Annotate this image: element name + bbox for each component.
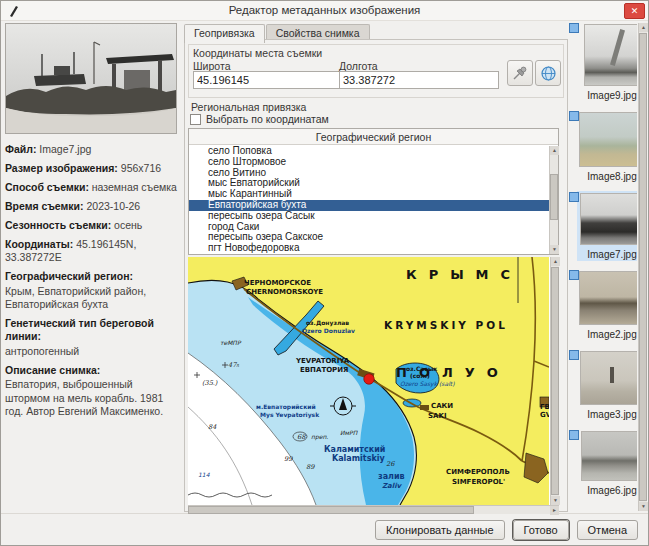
- metadata-field: Способ съемки: наземная съемка: [5, 181, 180, 194]
- map-horizontal-scrollbar[interactable]: ►: [188, 505, 559, 514]
- scroll-up-icon[interactable]: ▲: [639, 23, 648, 32]
- thumbnail-item[interactable]: Image7.jpg: [577, 191, 637, 261]
- close-button[interactable]: ✕: [624, 3, 645, 19]
- tab-georeferencing[interactable]: Геопривязка: [184, 24, 265, 43]
- scroll-up-icon[interactable]: ▲: [550, 146, 559, 155]
- map-label: 84: [208, 423, 217, 431]
- map-label: теМПР: [220, 339, 242, 346]
- done-button[interactable]: Готово: [513, 520, 569, 540]
- thumbnail-image[interactable]: [580, 193, 637, 245]
- map-label: KRYMSKIY POL: [384, 319, 508, 331]
- map-vertical-scrollbar[interactable]: ▲ ▼: [550, 257, 559, 505]
- region-list: село Поповкасело Штормовоесело Витиномыс…: [189, 146, 549, 254]
- map-label: SAKI: [428, 412, 447, 420]
- metadata-field-label: Координаты:: [5, 238, 73, 250]
- thumbnail-scrollbar[interactable]: ▲ ▼: [638, 23, 647, 511]
- thumbnail-label: Image3.jpg: [579, 409, 637, 420]
- thumbnail-item[interactable]: Image2.jpg: [577, 269, 637, 341]
- map-label: SIMFEROPOL': [452, 478, 505, 486]
- map-label: Mys Yevpatoriysk: [260, 411, 320, 419]
- metadata-field: Сезонность съемки: осень: [5, 219, 180, 232]
- scroll-down-icon[interactable]: ▼: [551, 496, 560, 505]
- map-label: залив: [378, 472, 405, 481]
- thumbnail-checkbox[interactable]: [569, 111, 579, 121]
- region-list-scroll-thumb[interactable]: [550, 174, 558, 220]
- georeferencing-tab-page: Координаты места съемки Широта Долгота: [184, 39, 568, 512]
- thumbnail-item[interactable]: Image6.jpg: [577, 429, 637, 497]
- map-label: Zaliv: [382, 482, 403, 490]
- longitude-input[interactable]: [339, 71, 499, 89]
- thumbnail-checkbox[interactable]: [569, 23, 579, 33]
- metadata-list: Файл: Image7.jpgРазмер изображения: 956x…: [5, 143, 182, 418]
- pick-location-button[interactable]: [507, 60, 533, 86]
- metadata-field-label: Файл:: [5, 143, 36, 155]
- select-by-coordinates-checkbox[interactable]: [190, 114, 201, 125]
- metadata-field-value: 2023-10-26: [84, 200, 141, 212]
- map-horizontal-scroll-thumb[interactable]: [188, 506, 474, 514]
- thumbnail-image[interactable]: [579, 271, 637, 325]
- metadata-field: Географический регион:Крым, Евпаторийски…: [5, 270, 180, 311]
- map-label: ГВ: [540, 403, 549, 411]
- metadata-field-value: наземная съемка: [89, 181, 177, 193]
- thumbnail-label: Image8.jpg: [579, 171, 637, 182]
- thumbnail-image[interactable]: [579, 112, 637, 167]
- region-list-item[interactable]: пересыпь озера Сасык: [189, 211, 549, 222]
- thumbnail-label: Image6.jpg: [579, 485, 637, 496]
- metadata-field: Размер изображения: 956x716: [5, 162, 180, 175]
- metadata-field-value: антропогенный: [5, 345, 79, 357]
- thumbnail-image[interactable]: [581, 431, 637, 481]
- map-label: 89: [306, 463, 315, 471]
- thumbnail-label: Image7.jpg: [579, 249, 637, 260]
- region-list-box: Географический регион село Поповкасело Ш…: [188, 128, 559, 255]
- title-bar[interactable]: Редактор метаданных изображения ✕: [1, 1, 648, 21]
- region-list-item[interactable]: пгт Новофедоровка: [189, 243, 549, 254]
- thumbnail-label: Image2.jpg: [579, 329, 637, 340]
- map-label: Каламитский: [324, 445, 385, 454]
- scroll-down-icon[interactable]: ▼: [639, 502, 648, 511]
- map-label: 99: [284, 455, 293, 463]
- map-label: оз.Донузлав: [306, 319, 349, 327]
- geolocate-button[interactable]: [535, 60, 561, 86]
- thumbnail-image[interactable]: [580, 351, 637, 405]
- thumbnail-checkbox[interactable]: [569, 430, 579, 440]
- clone-data-button[interactable]: Клонировать данные: [375, 520, 505, 540]
- thumbnail-image[interactable]: [584, 24, 638, 86]
- scroll-up-icon[interactable]: ▲: [551, 257, 560, 266]
- thumbnail-checkbox[interactable]: [569, 350, 579, 360]
- map-label: CHERNOMORSKOYE: [246, 288, 323, 296]
- dialog-window: Редактор метаданных изображения ✕: [0, 0, 649, 546]
- thumbnail-checkbox[interactable]: [569, 270, 579, 280]
- region-list-item[interactable]: село Штормовое: [189, 157, 549, 168]
- footer-bar: Клонировать данные Готово Отмена: [1, 513, 648, 545]
- map-label: 114: [198, 471, 210, 478]
- map-label: КРЫМС: [406, 267, 522, 282]
- metadata-field-label: Описание снимка:: [5, 364, 180, 377]
- map-label: оз.Сасык: [406, 365, 437, 372]
- thumbnail-scroll-thumb[interactable]: [639, 33, 647, 501]
- thumbnail-checkbox[interactable]: [569, 192, 579, 202]
- map-image[interactable]: ЧЕРНОМОРСКОЕCHERNOMORSKOYEКРЫМСKRYMSKIY …: [188, 257, 549, 505]
- thumbnail-item[interactable]: Image8.jpg: [577, 110, 637, 183]
- thumbnail-item[interactable]: Image3.jpg: [577, 349, 637, 421]
- thumbnail-panel: Image9.jpgImage8.jpgImage7.jpgImage2.jpg…: [567, 21, 648, 513]
- map-marker[interactable]: [364, 374, 374, 384]
- scroll-down-icon[interactable]: ▼: [550, 245, 559, 254]
- map-label: САКИ: [431, 402, 453, 410]
- coordinates-group-title: Координаты места съемки: [193, 47, 322, 59]
- dialog-body: Файл: Image7.jpgРазмер изображения: 956x…: [1, 21, 648, 513]
- map-label: ЕВПАТОРИЯ: [300, 366, 349, 374]
- thumbnail-item[interactable]: Image9.jpg: [577, 22, 637, 102]
- scroll-right-icon[interactable]: ►: [550, 506, 559, 515]
- metadata-field-label: Географический регион:: [5, 270, 180, 283]
- select-by-coordinates-label: Выбрать по координатам: [206, 113, 329, 125]
- select-by-coordinates-row[interactable]: Выбрать по координатам: [190, 113, 329, 125]
- map-vertical-scroll-thumb[interactable]: [551, 267, 559, 495]
- metadata-field-label: Сезонность съемки:: [5, 219, 111, 231]
- map-label: Ozero Sasyk (salt): [400, 380, 455, 388]
- map-label: 47₅: [228, 361, 239, 369]
- region-list-scrollbar[interactable]: ▲ ▼: [549, 146, 558, 254]
- cancel-button[interactable]: Отмена: [577, 520, 638, 540]
- ship-photo-illustration: [6, 24, 176, 133]
- map-label: 68: [297, 433, 306, 441]
- map-label: Kalamitskiy: [332, 454, 385, 463]
